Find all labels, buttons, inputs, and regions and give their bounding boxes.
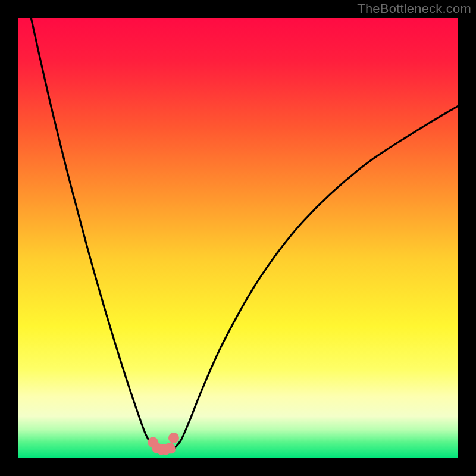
plot-area: [18, 18, 458, 458]
plot-svg: [18, 18, 458, 458]
trough-dot: [168, 433, 179, 443]
trough-dot: [164, 443, 175, 453]
watermark-text: TheBottleneck.com: [357, 1, 471, 17]
chart-frame: TheBottleneck.com: [0, 0, 476, 476]
